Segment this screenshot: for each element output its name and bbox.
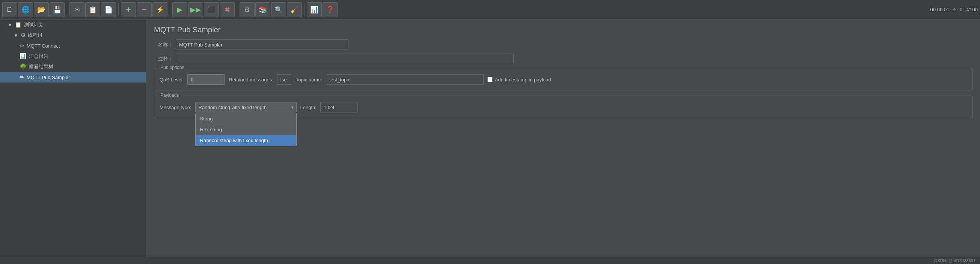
timestamp-checkbox-label[interactable]: Add timestamp in payload <box>487 77 551 82</box>
pub-options-title: Pub options <box>158 65 186 70</box>
dropdown-option-string[interactable]: String <box>196 113 296 124</box>
comment-label: 注释： <box>154 55 173 62</box>
comment-input[interactable] <box>176 54 514 64</box>
qos-select-wrapper: 0 1 2 <box>187 74 225 85</box>
paste-btn[interactable]: 📄 <box>101 2 116 17</box>
comment-row: 注释： <box>154 54 972 64</box>
retained-label: Retained messages: <box>229 77 274 82</box>
open-btn[interactable]: 🌐 <box>18 2 33 17</box>
info-btn[interactable]: ❓ <box>323 2 337 17</box>
summary-report-icon: 📊 <box>19 53 27 60</box>
result-tree-icon: 🌳 <box>19 63 27 70</box>
name-label: 名称： <box>154 41 173 48</box>
shutdown-btn[interactable]: ✖ <box>220 2 235 17</box>
clear-btn[interactable]: 🧹 <box>287 2 302 17</box>
add-btn[interactable]: + <box>121 2 136 17</box>
sidebar-item-label: 察看结果树 <box>29 63 53 70</box>
test-plan-icon: 📋 <box>14 21 22 28</box>
retained-input[interactable] <box>277 74 292 85</box>
expand-icon: ▼ <box>8 22 13 28</box>
save-as-btn[interactable]: 📂 <box>34 2 49 17</box>
warning-icon: ⚠ <box>952 7 957 13</box>
status-text: CSDN: @u013433591 <box>934 258 975 263</box>
start-nopause-btn[interactable]: ▶▶ <box>188 2 203 17</box>
copy-btn[interactable]: 📋 <box>85 2 100 17</box>
length-label: Length: <box>301 104 317 110</box>
dropdown-option-hex-string[interactable]: Hex string <box>196 124 296 135</box>
timer-display: 00:00:01 <box>931 7 950 13</box>
message-type-label: Message type: <box>159 104 191 110</box>
progress-display: 0/100 <box>966 7 978 13</box>
save-btn[interactable]: 💾 <box>49 2 65 17</box>
qos-label: QoS Level: <box>159 77 184 82</box>
warning-count: 0 <box>960 7 963 13</box>
message-type-dropdown-popup: String Hex string Random string with fix… <box>195 113 297 146</box>
pub-options-group: Pub options QoS Level: 0 1 2 Retained me… <box>154 68 972 90</box>
stop-btn[interactable]: ⬛ <box>204 2 219 17</box>
timestamp-checkbox[interactable] <box>487 77 493 82</box>
topic-input[interactable] <box>326 74 484 85</box>
dropdown-option-random-string[interactable]: Random string with fixed length <box>196 135 296 146</box>
toolbar-status: 00:00:01 ⚠ 0 0/100 <box>931 7 978 13</box>
sidebar-item-summary-report[interactable]: 📊 汇总报告 <box>0 51 146 62</box>
sidebar-item-test-plan[interactable]: ▼ 📋 测试计划 <box>0 19 146 30</box>
message-type-value: Random string with fixed length <box>199 104 267 110</box>
toolbar: 🗋 🌐 📂 💾 ✂ 📋 📄 + − ⚡ ▶ ▶▶ ⬛ ✖ ⚙ 📚 🔍 🧹 📊 ❓… <box>0 0 980 19</box>
sidebar-item-thread-group[interactable]: ▼ ⚙ 线程组 <box>0 30 146 41</box>
cut-btn[interactable]: ✂ <box>70 2 84 17</box>
tools-btn[interactable]: ⚙ <box>240 2 255 17</box>
sidebar-item-mqtt-connect[interactable]: ✏ MQTT Connect <box>0 41 146 51</box>
message-type-dropdown-btn[interactable]: Random string with fixed length <box>195 102 297 112</box>
name-row: 名称： <box>154 40 972 50</box>
toggle-btn[interactable]: ⚡ <box>153 2 167 17</box>
length-input[interactable] <box>320 102 358 112</box>
payloads-title: Payloads <box>158 93 181 98</box>
page-title: MQTT Pub Sampler <box>154 25 972 34</box>
pub-options-row: QoS Level: 0 1 2 Retained messages: Topi… <box>159 74 967 85</box>
sidebar-item-label: 测试计划 <box>24 21 43 28</box>
remove-btn[interactable]: − <box>137 2 152 17</box>
start-btn[interactable]: ▶ <box>172 2 187 17</box>
sidebar-item-result-tree[interactable]: 🌳 察看结果树 <box>0 62 146 72</box>
sidebar-item-label: 线程组 <box>28 32 43 39</box>
separator-3 <box>170 3 170 16</box>
timestamp-label: Add timestamp in payload <box>495 77 551 82</box>
qos-select[interactable]: 0 1 2 <box>187 74 225 85</box>
separator-1 <box>67 3 67 16</box>
help2-btn[interactable]: 📚 <box>255 2 270 17</box>
new-file-btn[interactable]: 🗋 <box>2 2 17 17</box>
sidebar-item-label: 汇总报告 <box>29 53 48 60</box>
sidebar-item-label: MQTT Connect <box>27 43 60 49</box>
separator-2 <box>118 3 119 16</box>
status-bar: CSDN: @u013433591 <box>0 257 980 264</box>
message-type-row: Message type: Random string with fixed l… <box>159 102 967 112</box>
main-layout: ▼ 📋 测试计划 ▼ ⚙ 线程组 ✏ MQTT Connect 📊 汇总报告 🌳… <box>0 19 980 257</box>
sidebar-item-label: MQTT Pub Sampler <box>27 74 70 80</box>
message-type-select-wrapper: Random string with fixed length ▼ String… <box>195 102 297 112</box>
topic-label: Topic name: <box>296 77 322 82</box>
content-area: MQTT Pub Sampler 名称： 注释： Pub options QoS… <box>146 19 980 257</box>
sidebar: ▼ 📋 测试计划 ▼ ⚙ 线程组 ✏ MQTT Connect 📊 汇总报告 🌳… <box>0 19 146 257</box>
payloads-group: Payloads Message type: Random string wit… <box>154 96 972 118</box>
sidebar-item-mqtt-pub-sampler[interactable]: ✏ MQTT Pub Sampler <box>0 72 146 82</box>
mqtt-connect-icon: ✏ <box>19 43 24 49</box>
search-btn[interactable]: 🔍 <box>271 2 286 17</box>
mqtt-pub-sampler-icon: ✏ <box>19 74 24 81</box>
expand-icon-thread: ▼ <box>14 33 18 38</box>
separator-5 <box>304 3 304 16</box>
name-input[interactable] <box>176 40 348 50</box>
separator-4 <box>237 3 237 16</box>
thread-group-icon: ⚙ <box>21 32 25 39</box>
table-btn[interactable]: 📊 <box>307 2 322 17</box>
